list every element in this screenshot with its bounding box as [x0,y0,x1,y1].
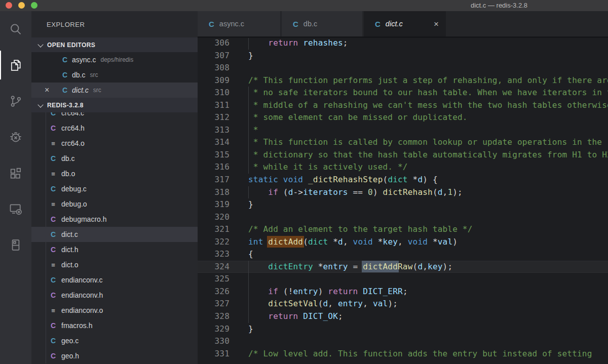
tree-item-crc64.h[interactable]: Ccrc64.h [31,120,198,136]
code-line-329: 329} [198,323,608,336]
line-number: 322 [198,236,236,249]
code-line-330: 330 [198,335,608,348]
open-editors-section-header[interactable]: OPEN EDITORS [31,37,198,52]
code-line-323: 323{ [198,248,608,261]
line-number: 318 [198,186,236,199]
line-number: 319 [198,198,236,211]
c-file-icon: C [59,56,71,64]
line-number: 325 [198,273,236,286]
tree-item-debug.o[interactable]: ≡debug.o [31,196,198,212]
code-line-315: 315 * dictionary so that the hash table … [198,149,608,161]
project-section-header[interactable]: REDIS-3.2.8 [31,98,198,112]
line-number: 329 [198,323,236,336]
line-number: 313 [198,124,236,137]
c-file-icon: C [49,154,58,163]
line-number: 309 [198,74,236,87]
find-match-highlight: dictAdd [268,237,303,247]
line-number: 331 [198,348,236,360]
line-number: 311 [198,99,236,112]
close-editor-icon[interactable]: × [45,86,54,94]
line-number: 310 [198,87,236,99]
minimize-window-button[interactable] [18,2,25,9]
tab-db.c[interactable]: Cdb.c [282,11,362,36]
file-name: endianconv.c [61,276,102,284]
tree-item-crc64.o[interactable]: ≡crc64.o [31,136,198,151]
chevron-down-icon [36,41,45,49]
code-line-322: 322int dictAdd(dict *d, void *key, void … [198,236,608,249]
open-editor-dict.c[interactable]: ×Cdict.csrc [31,83,198,98]
remote-monitor-icon[interactable] [0,191,31,227]
c-file-icon: C [49,185,58,193]
file-name: db.c [72,71,85,79]
tree-item-endianconv.c[interactable]: Cendianconv.c [31,272,198,288]
file-name: debug.c [61,185,87,193]
open-editor-async.c[interactable]: Casync.cdeps/hiredis [31,52,198,67]
file-name: geo.c [61,337,79,345]
file-tree: Ccrc64.cCcrc64.h≡crc64.oCdb.c≡db.oCdebug… [31,112,198,363]
storage-icon[interactable] [0,227,31,263]
c-header-file-icon: C [49,215,58,223]
tree-item-debugmacro.h[interactable]: Cdebugmacro.h [31,212,198,227]
line-number: 312 [198,111,236,124]
object-file-icon: ≡ [49,200,58,208]
line-number: 307 [198,50,236,62]
file-name: db.o [61,170,75,178]
close-window-button[interactable] [6,2,12,9]
c-header-file-icon: C [49,124,58,132]
tree-item-dict.c[interactable]: Cdict.c [31,227,198,242]
c-header-file-icon: C [49,352,58,360]
line-number: 321 [198,223,236,236]
c-file-icon: C [59,71,71,79]
editor-group: Casync.cCdb.cCdict.c× 306 return rehashe… [198,11,608,364]
code-line-328: 328 return DICT_OK; [198,310,608,323]
line-number: 320 [198,211,236,224]
object-file-icon: ≡ [49,261,58,269]
file-name: geo.h [61,352,79,360]
code-line-319: 319} [198,198,608,211]
tree-item-endianconv.h[interactable]: Cendianconv.h [31,288,198,303]
file-name: crc64.c [61,112,84,117]
c-file-icon: C [49,112,58,117]
code-editor[interactable]: 306 return rehashes;307}308309/* This fu… [198,38,608,364]
titlebar: dict.c — redis-3.2.8 [0,0,608,11]
close-tab-icon[interactable]: × [434,20,439,28]
code-line-321: 321/* Add an element to the target hash … [198,223,608,236]
code-line-311: 311 * middle of a rehashing we can't mes… [198,99,608,112]
c-header-file-icon: C [49,321,58,330]
file-name: dict.h [61,246,78,254]
code-line-309: 309/* This function performs just a step… [198,74,608,87]
tree-item-db.o[interactable]: ≡db.o [31,166,198,181]
source-control-icon[interactable] [0,83,31,119]
file-name: crc64.o [61,139,85,147]
zoom-window-button[interactable] [31,2,37,9]
extensions-icon[interactable] [0,155,31,191]
file-name: db.c [61,154,74,163]
tab-dict.c[interactable]: Cdict.c× [364,11,446,36]
open-editor-db.c[interactable]: Cdb.csrc [31,67,198,83]
debug-icon[interactable] [0,119,31,155]
code-line-325: 325 [198,273,608,286]
code-line-307: 307} [198,50,608,62]
file-name: endianconv.h [61,291,103,299]
tree-item-geo.h[interactable]: Cgeo.h [31,348,198,363]
search-icon[interactable] [0,11,31,47]
tree-item-geo.c[interactable]: Cgeo.c [31,333,198,348]
tree-item-endianconv.o[interactable]: ≡endianconv.o [31,303,198,318]
code-line-312: 312 * some element can be missed or dupl… [198,111,608,124]
tree-item-dict.o[interactable]: ≡dict.o [31,257,198,272]
line-number: 317 [198,174,236,186]
tree-item-db.c[interactable]: Cdb.c [31,151,198,166]
file-name: fmacros.h [61,321,92,330]
tree-item-crc64.c[interactable]: Ccrc64.c [31,112,198,120]
code-line-317: 317static void _dictRehashStep(dict *d) … [198,174,608,186]
file-path: src [93,87,101,94]
tree-item-dict.h[interactable]: Cdict.h [31,242,198,257]
tree-item-fmacros.h[interactable]: Cfmacros.h [31,318,198,333]
code-line-314: 314 * This function is called by common … [198,136,608,149]
c-file-icon: C [209,20,214,28]
line-number: 324 [198,261,236,273]
tree-item-debug.c[interactable]: Cdebug.c [31,181,198,196]
line-number: 308 [198,62,236,74]
tab-async.c[interactable]: Casync.c [198,11,280,36]
explorer-icon[interactable] [0,47,31,83]
